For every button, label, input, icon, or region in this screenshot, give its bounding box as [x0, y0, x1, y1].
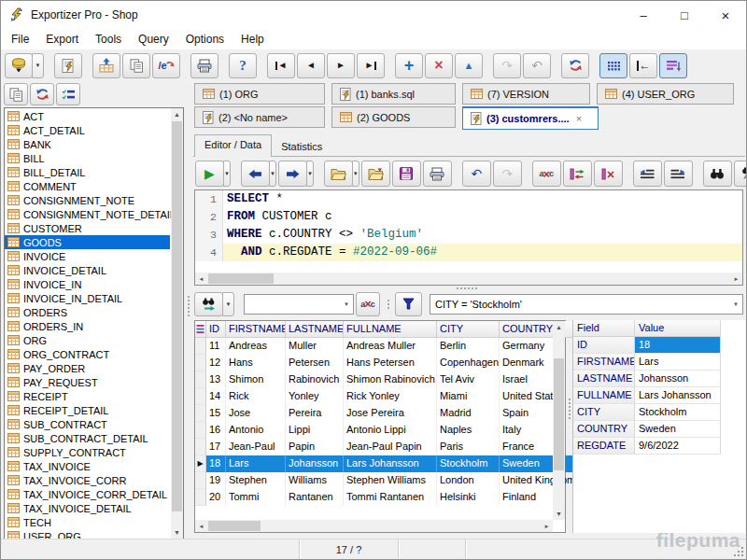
table-item-sub_contract[interactable]: SUB_CONTRACT — [5, 417, 170, 431]
cell-city[interactable]: Miami — [437, 388, 500, 405]
menu-help[interactable]: Help — [233, 31, 273, 48]
help-button[interactable]: ? — [229, 53, 257, 78]
field-column-header[interactable]: Field — [573, 320, 635, 337]
field-value[interactable]: Johansson — [635, 371, 721, 387]
close-tab-icon[interactable]: × — [576, 113, 582, 124]
scroll-down-icon[interactable]: ▼ — [171, 526, 183, 539]
cell-city[interactable]: London — [437, 472, 500, 489]
fit-columns-button[interactable]: ← — [629, 53, 657, 78]
insert-record-button[interactable]: + — [395, 53, 423, 78]
grid-row-16[interactable]: 16AntonioLippiAntonio LippiNaplesItaly — [195, 422, 565, 439]
table-item-bill_detail[interactable]: BILL_DETAIL — [5, 165, 170, 179]
field-row-fullname[interactable]: FULLNAMELars Johansson — [573, 387, 745, 404]
editor-hscrollbar[interactable]: ◄ ► — [195, 273, 742, 285]
grid-vscrollbar[interactable]: ▲ ▼ — [553, 321, 565, 520]
cell-city[interactable]: Madrid — [437, 405, 500, 422]
menu-file[interactable]: File — [3, 31, 37, 48]
cell-lastname[interactable]: Johansson — [286, 455, 344, 472]
cell-lastname[interactable]: Lippi — [286, 422, 344, 439]
cell-firstname[interactable]: Lars — [226, 455, 286, 472]
search-dropdown-button[interactable]: ▼ — [222, 292, 234, 316]
dataset-tab-7-version[interactable]: (7) VERSION — [462, 83, 590, 105]
cell-city[interactable]: Helsinki — [437, 489, 500, 506]
cell-firstname[interactable]: Jean-Paul — [226, 439, 286, 455]
cell-firstname[interactable]: Jose — [226, 405, 286, 422]
dataset-tab-1-org[interactable]: (1) ORG — [194, 83, 325, 105]
cell-id[interactable]: 18 — [206, 455, 226, 472]
sql-line-4[interactable]: 4 AND c.REGDATE = #2022-09-06# — [195, 244, 742, 261]
table-item-consignment_note[interactable]: CONSIGNMENT_NOTE — [5, 193, 170, 207]
redo-button[interactable]: ↷ — [493, 161, 522, 187]
prior-record-button[interactable]: ◄ — [297, 53, 325, 78]
cell-lastname[interactable]: Williams — [286, 472, 344, 489]
scroll-up-icon[interactable]: ▲ — [171, 108, 183, 120]
open-file-dropdown-button[interactable]: ▼ — [352, 161, 359, 187]
grid-row-12[interactable]: 12HansPetersenHans PetersenCopenhagenDen… — [195, 355, 565, 371]
table-item-tech[interactable]: TECH — [5, 515, 170, 529]
scroll-left-icon[interactable]: ◄ — [195, 520, 207, 532]
menu-options[interactable]: Options — [177, 31, 233, 48]
cell-city[interactable]: Stockholm — [437, 455, 500, 472]
back-dropdown-button[interactable]: ▼ — [269, 161, 276, 187]
cell-fullname[interactable]: Antonio Lippi — [344, 422, 437, 439]
delete-record-button[interactable]: × — [425, 53, 453, 78]
cell-fullname[interactable]: Tommi Rantanen — [344, 489, 437, 506]
sidebar-scrollbar[interactable]: ▲ ▼ — [171, 108, 183, 539]
cell-fullname[interactable]: Shimon Rabinovich — [344, 371, 437, 388]
field-row-city[interactable]: CITYStockholm — [573, 404, 745, 421]
cell-firstname[interactable]: Andreas — [226, 338, 286, 355]
open-file-button[interactable] — [324, 161, 353, 187]
cell-id[interactable]: 14 — [206, 388, 226, 405]
cell-city[interactable]: Copenhagen — [437, 355, 500, 371]
table-item-act[interactable]: ACT — [5, 109, 170, 123]
clear-search-button[interactable]: a×c — [356, 292, 380, 316]
field-row-country[interactable]: COUNTRYSweden — [573, 421, 745, 438]
sql-line-3[interactable]: 3WHERE c.COUNTRY <> 'Belgium' — [195, 226, 742, 244]
dataset-tab-3-customrers[interactable]: (3) customrers....× — [462, 106, 599, 130]
table-item-org_contract[interactable]: ORG_CONTRACT — [5, 347, 170, 361]
table-item-tax_invoice_corr_detail[interactable]: TAX_INVOICE_CORR_DETAIL — [5, 487, 170, 501]
forward-button[interactable] — [278, 161, 307, 187]
last-record-button[interactable]: ► — [357, 53, 385, 78]
scroll-right-icon[interactable]: ► — [541, 520, 553, 532]
refresh-button[interactable] — [30, 83, 54, 105]
table-item-pay_request[interactable]: PAY_REQUEST — [5, 375, 170, 389]
cell-fullname[interactable]: Lars Johansson — [344, 455, 437, 472]
cell-firstname[interactable]: Hans — [226, 355, 286, 371]
cell-fullname[interactable]: Andreas Muller — [344, 338, 437, 355]
run-dropdown-button[interactable]: ▼ — [223, 161, 231, 187]
copy-button[interactable] — [122, 53, 150, 78]
grid-row-19[interactable]: 19StephenWilliamsStephen WilliamsLondonU… — [195, 472, 565, 489]
field-value[interactable]: 18 — [635, 337, 721, 354]
field-value[interactable]: 9/6/2022 — [635, 438, 721, 455]
table-item-supply_contract[interactable]: SUPPLY_CONTRACT — [5, 445, 170, 459]
minimize-button[interactable]: – — [623, 1, 664, 29]
value-column-header[interactable]: Value — [635, 320, 721, 337]
cell-id[interactable]: 15 — [206, 405, 226, 422]
table-item-sub_contract_detail[interactable]: SUB_CONTRACT_DETAIL — [5, 431, 170, 445]
field-row-lastname[interactable]: LASTNAMEJohansson — [573, 371, 745, 387]
column-header-city[interactable]: CITY — [437, 321, 500, 338]
table-item-tax_invoice_detail[interactable]: TAX_INVOICE_DETAIL — [5, 501, 170, 515]
cell-id[interactable]: 17 — [206, 439, 226, 455]
cell-id[interactable]: 11 — [206, 338, 226, 355]
dataset-tab-1-banks-sql[interactable]: (1) banks.sql — [331, 83, 456, 105]
sql-editor[interactable]: 1SELECT *2FROM CUSTOMER c3WHERE c.COUNTR… — [194, 189, 743, 286]
grid-row-17[interactable]: 17Jean-PaulPapinJean-Paul PapinParisFran… — [195, 439, 565, 455]
record-splitter[interactable] — [567, 399, 571, 419]
cell-id[interactable]: 13 — [206, 371, 226, 388]
refresh-button[interactable] — [561, 53, 589, 78]
table-item-orders[interactable]: ORDERS — [5, 305, 170, 319]
table-item-comment[interactable]: COMMENT — [5, 179, 170, 193]
undo-button[interactable]: ↶ — [523, 53, 551, 78]
record-view-button[interactable] — [659, 53, 687, 78]
column-header-id[interactable]: ID — [206, 321, 226, 338]
table-item-tax_invoice[interactable]: TAX_INVOICE — [5, 459, 170, 473]
checklist-button[interactable] — [56, 83, 80, 105]
field-row-regdate[interactable]: REGDATE9/6/2022 — [573, 438, 745, 455]
sql-line-2[interactable]: 2FROM CUSTOMER c — [195, 208, 742, 226]
table-item-invoice_in[interactable]: INVOICE_IN — [5, 277, 170, 291]
table-item-bank[interactable]: BANK — [5, 137, 170, 151]
print-button[interactable] — [423, 161, 452, 187]
replace-button[interactable]: A·B — [734, 161, 747, 187]
